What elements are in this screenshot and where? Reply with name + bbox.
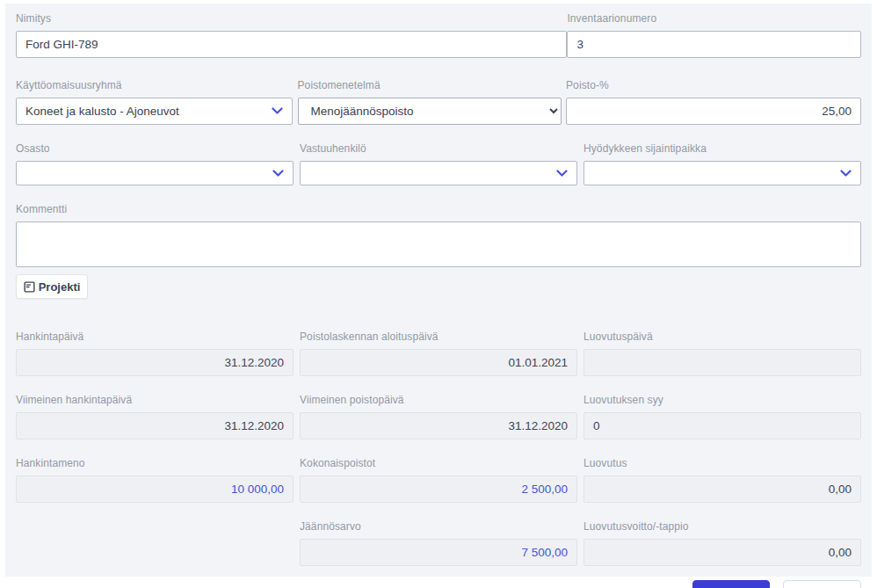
chevron-down-icon <box>556 170 568 178</box>
luovutuspaiva-field <box>583 349 861 376</box>
kayttoomaisuusryhma-value: Koneet ja kalusto - Ajoneuvot <box>25 105 179 118</box>
row-dates-1: Hankintapäivä 31.12.2020 Poistolaskennan… <box>16 330 861 376</box>
poisto-prosentti-label: Poisto-% <box>566 79 861 91</box>
kokonaispoistot-value[interactable]: 2 500,00 <box>521 483 568 496</box>
cancel-button[interactable]: Keskeytä <box>783 580 861 588</box>
poisto-prosentti-input[interactable] <box>566 98 861 125</box>
kokonaispoistot-field: 2 500,00 <box>300 475 577 503</box>
row-dept-person-location: Osasto Vastuuhenkilö Hyödykkeen sijainti… <box>16 142 861 185</box>
nimitys-input[interactable] <box>16 31 567 58</box>
hankintameno-field: 10 000,00 <box>16 475 294 503</box>
luovutus-value: 0,00 <box>829 483 852 496</box>
viimeinen-hankintapaiva-label: Viimeinen hankintapäivä <box>16 394 294 406</box>
chevron-down-icon <box>840 170 852 178</box>
luovutus-field: 0,00 <box>583 475 861 503</box>
poistolaskennan-aloituspaiva-value: 01.01.2021 <box>508 356 568 369</box>
chevron-down-icon <box>272 170 284 178</box>
projekti-button[interactable]: Projekti <box>16 274 88 299</box>
projekti-button-label: Projekti <box>39 280 81 294</box>
kayttoomaisuusryhma-label: Käyttöomaisuusryhmä <box>16 79 293 91</box>
luovutusvoitto-tappio-value: 0,00 <box>829 546 852 559</box>
hankintameno-value[interactable]: 10 000,00 <box>231 483 284 496</box>
viimeinen-hankintapaiva-value: 31.12.2020 <box>224 419 284 432</box>
viimeinen-poistopaiva-label: Viimeinen poistopäivä <box>300 394 577 406</box>
vastuuhenkilo-label: Vastuuhenkilö <box>300 142 577 155</box>
luovutuksen-syy-value: 0 <box>593 419 600 432</box>
hankintameno-label: Hankintameno <box>16 457 294 469</box>
row-name-inventory: Nimitys Inventaarionumero <box>16 12 861 58</box>
viimeinen-poistopaiva-field: 31.12.2020 <box>300 412 577 439</box>
asset-form-panel: Nimitys Inventaarionumero Käyttöomaisuus… <box>5 4 872 577</box>
luovutus-label: Luovutus <box>583 457 861 469</box>
chevron-down-icon <box>272 107 283 115</box>
viimeinen-poistopaiva-value: 31.12.2020 <box>508 419 568 432</box>
hankintapaiva-field: 31.12.2020 <box>16 349 294 376</box>
poistolaskennan-aloituspaiva-label: Poistolaskennan aloituspäivä <box>300 330 577 343</box>
poistomenetelma-label: Poistomenetelmä <box>298 79 562 91</box>
poistomenetelma-select[interactable]: Menojäännöspoisto <box>298 98 562 125</box>
kommentti-label: Kommentti <box>16 203 861 215</box>
row-amounts-2: Jäännösarvo 7 500,00 Luovutusvoitto/-tap… <box>16 520 861 566</box>
viimeinen-hankintapaiva-field: 31.12.2020 <box>16 412 294 439</box>
jaannosarvo-field: 7 500,00 <box>300 539 577 566</box>
nimitys-label: Nimitys <box>16 12 567 25</box>
spacer <box>16 520 294 566</box>
kokonaispoistot-label: Kokonaispoistot <box>300 457 577 469</box>
luovutuspaiva-label: Luovutuspäivä <box>583 330 861 343</box>
poistolaskennan-aloituspaiva-field: 01.01.2021 <box>300 349 577 376</box>
hyodykkeen-sijaintipaikka-select[interactable] <box>583 161 861 185</box>
row-group-method-pct: Käyttöomaisuusryhmä Koneet ja kalusto - … <box>16 79 861 125</box>
osasto-select[interactable] <box>16 161 294 185</box>
jaannosarvo-value[interactable]: 7 500,00 <box>521 546 568 559</box>
hyodykkeen-sijaintipaikka-label: Hyödykkeen sijaintipaikka <box>583 142 861 155</box>
kommentti-textarea[interactable] <box>16 221 861 267</box>
row-dates-2: Viimeinen hankintapäivä 31.12.2020 Viime… <box>16 394 861 439</box>
vastuuhenkilo-select[interactable] <box>300 161 577 185</box>
luovutusvoitto-tappio-label: Luovutusvoitto/-tappio <box>583 520 861 533</box>
luovutusvoitto-tappio-field: 0,00 <box>583 539 861 566</box>
row-amounts-1: Hankintameno 10 000,00 Kokonaispoistot 2… <box>16 457 861 503</box>
kommentti-block: Kommentti <box>16 203 861 267</box>
osasto-label: Osasto <box>16 142 294 155</box>
form-actions: Tallenna Keskeytä <box>16 580 861 588</box>
save-button[interactable]: Tallenna <box>692 580 770 588</box>
hankintapaiva-value: 31.12.2020 <box>224 356 284 369</box>
hankintapaiva-label: Hankintapäivä <box>16 330 294 343</box>
luovutuksen-syy-field: 0 <box>583 412 861 439</box>
kayttoomaisuusryhma-select[interactable]: Koneet ja kalusto - Ajoneuvot <box>16 98 293 125</box>
inventaarionumero-input[interactable] <box>567 31 861 58</box>
project-form-icon <box>24 281 35 293</box>
inventaarionumero-label: Inventaarionumero <box>567 12 861 25</box>
luovutuksen-syy-label: Luovutuksen syy <box>583 394 861 406</box>
jaannosarvo-label: Jäännösarvo <box>300 520 577 533</box>
